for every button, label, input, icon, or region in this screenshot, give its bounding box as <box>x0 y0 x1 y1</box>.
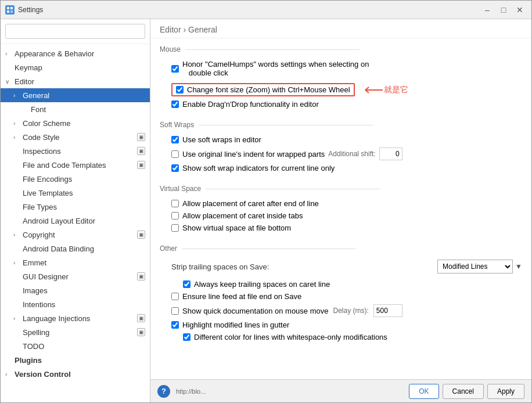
allow-caret-tabs-label[interactable]: Allow placement of caret inside tabs <box>171 211 303 220</box>
breadcrumb-part1: Editor <box>160 25 181 34</box>
badge-icon: ▣ <box>137 328 145 336</box>
sidebar-item-keymap[interactable]: Keymap <box>1 60 150 74</box>
highlight-modified-checkbox[interactable] <box>171 321 179 329</box>
virtual-space-bottom-checkbox[interactable] <box>171 224 179 232</box>
sidebar-item-editor[interactable]: ∨ Editor <box>1 74 150 88</box>
dragdrop-label[interactable]: Enable Drag'n'Drop functionality in edit… <box>171 100 319 109</box>
sidebar-item-font[interactable]: Font <box>1 102 150 116</box>
original-indent-label[interactable]: Use original line's indent for wrapped p… <box>171 150 325 159</box>
sidebar-item-emmet[interactable]: › Emmet <box>1 256 150 269</box>
sidebar-item-version-control[interactable]: › Version Control <box>1 367 150 381</box>
keep-trailing-spaces-label[interactable]: Always keep trailing spaces on caret lin… <box>183 280 330 289</box>
sidebar-item-images[interactable]: Images <box>1 283 150 297</box>
settings-window: Settings – □ ✕ › Appearance & Behavior <box>0 0 532 403</box>
allow-caret-end-checkbox[interactable] <box>171 200 179 207</box>
sidebar-item-inspections[interactable]: Inspections ▣ <box>1 144 150 158</box>
help-button[interactable]: ? <box>157 385 170 398</box>
ok-button[interactable]: OK <box>409 384 438 399</box>
mouse-section: Mouse Honor "CamelHumps" words settings … <box>160 45 522 110</box>
use-soft-wraps-label[interactable]: Use soft wraps in editor <box>171 135 261 144</box>
svg-rect-1 <box>10 7 13 9</box>
wrap-indicators-checkbox[interactable] <box>171 164 179 172</box>
sidebar-item-label: Copyright <box>23 231 135 239</box>
option-allow-caret-end: Allow placement of caret after end of li… <box>171 197 522 210</box>
apply-button[interactable]: Apply <box>487 384 524 399</box>
svg-rect-3 <box>10 10 13 13</box>
sidebar-item-copyright[interactable]: › Copyright ▣ <box>1 228 150 242</box>
highlight-modified-label[interactable]: Highlight modified lines in gutter <box>171 321 289 329</box>
window-controls: – □ ✕ <box>480 4 527 16</box>
quick-doc-label[interactable]: Show quick documentation on mouse move <box>171 307 328 315</box>
dragdrop-checkbox[interactable] <box>171 100 179 108</box>
additional-shift-input[interactable] <box>379 147 402 160</box>
allow-caret-end-label[interactable]: Allow placement of caret after end of li… <box>171 199 319 208</box>
sidebar-item-language-injections[interactable]: › Language Injections ▣ <box>1 311 150 325</box>
quick-doc-text: Show quick documentation on mouse move <box>182 307 328 315</box>
original-indent-checkbox[interactable] <box>171 150 179 158</box>
panel-header: Editor › General <box>150 19 531 38</box>
ensure-line-feed-label[interactable]: Ensure line feed at file end on Save <box>171 292 301 301</box>
option-quick-doc: Show quick documentation on mouse move D… <box>171 303 522 319</box>
badge-icon: ▣ <box>137 133 145 141</box>
strip-trailing-label: Strip trailing spaces on Save: <box>171 262 269 271</box>
arrow-icon: › <box>13 92 21 99</box>
sidebar-item-color-scheme[interactable]: › Color Scheme <box>1 116 150 130</box>
option-keep-trailing-spaces: Always keep trailing spaces on caret lin… <box>183 278 522 290</box>
sidebar-item-gui-designer[interactable]: GUI Designer ▣ <box>1 269 150 283</box>
virtual-space-bottom-label[interactable]: Show virtual space at file bottom <box>171 224 291 232</box>
sidebar-item-label: Plugins <box>15 356 145 365</box>
badge-icon: ▣ <box>137 231 145 239</box>
change-font-zoom-checkbox[interactable] <box>176 86 184 93</box>
sidebar-item-intentions[interactable]: Intentions <box>1 297 150 311</box>
strip-trailing-select[interactable]: None All Modified Lines <box>437 260 513 274</box>
sidebar-item-code-style[interactable]: › Code Style ▣ <box>1 130 150 144</box>
minimize-button[interactable]: – <box>480 4 494 16</box>
section-title-other: Other <box>160 244 522 253</box>
option-original-indent: Use original line's indent for wrapped p… <box>171 146 522 162</box>
sidebar-item-label: Color Scheme <box>23 119 145 128</box>
sidebar-item-todo[interactable]: TODO <box>1 339 150 353</box>
option-diff-color-whitespace: Different color for lines with whitespac… <box>183 331 522 343</box>
sidebar-item-spelling[interactable]: Spelling ▣ <box>1 325 150 339</box>
sidebar-item-android-data-binding[interactable]: Android Data Binding <box>1 242 150 256</box>
camel-humps-text: Honor "CamelHumps" words settings when s… <box>182 60 369 77</box>
sidebar-item-file-types[interactable]: File Types <box>1 200 150 214</box>
section-title-soft-wraps: Soft Wraps <box>160 121 522 129</box>
use-soft-wraps-checkbox[interactable] <box>171 136 179 143</box>
svg-rect-0 <box>7 7 9 9</box>
camel-humps-label[interactable]: Honor "CamelHumps" words settings when s… <box>171 60 369 77</box>
cancel-button[interactable]: Cancel <box>443 384 484 399</box>
quick-doc-checkbox[interactable] <box>171 307 179 315</box>
highlighted-option: Change font size (Zoom) with Ctrl+Mouse … <box>171 83 355 96</box>
window-title: Settings <box>18 6 480 14</box>
search-input[interactable] <box>5 24 145 39</box>
allow-caret-tabs-text: Allow placement of caret inside tabs <box>182 211 303 220</box>
diff-color-whitespace-checkbox[interactable] <box>183 333 190 341</box>
sidebar-item-label: File Types <box>23 203 145 211</box>
wrap-indicators-text: Show soft wrap indicators for current li… <box>182 164 335 172</box>
ensure-line-feed-checkbox[interactable] <box>171 293 179 300</box>
option-virtual-space-bottom: Show virtual space at file bottom <box>171 222 522 234</box>
arrow-icon: › <box>13 260 21 266</box>
sidebar-item-file-code-templates[interactable]: File and Code Templates ▣ <box>1 158 150 172</box>
sidebar-item-android-layout-editor[interactable]: Android Layout Editor <box>1 214 150 228</box>
allow-caret-tabs-checkbox[interactable] <box>171 212 179 220</box>
sidebar-item-label: Emmet <box>23 258 145 267</box>
sidebar-item-label: Intentions <box>23 300 145 309</box>
sidebar-item-live-templates[interactable]: Live Templates <box>1 186 150 200</box>
maximize-button[interactable]: □ <box>497 4 511 16</box>
wrap-indicators-label[interactable]: Show soft wrap indicators for current li… <box>171 164 335 172</box>
strip-trailing-row: Strip trailing spaces on Save: None All … <box>171 257 522 276</box>
annotation-text: 就是它 <box>384 85 408 95</box>
close-button[interactable]: ✕ <box>513 4 527 16</box>
diff-color-whitespace-label[interactable]: Different color for lines with whitespac… <box>183 333 387 341</box>
sidebar-item-file-encodings[interactable]: File Encodings <box>1 172 150 186</box>
delay-input[interactable] <box>373 304 402 317</box>
camel-humps-checkbox[interactable] <box>171 65 179 73</box>
sidebar-item-appearance[interactable]: › Appearance & Behavior <box>1 46 150 60</box>
keep-trailing-spaces-text: Always keep trailing spaces on caret lin… <box>194 280 330 289</box>
sidebar-item-general[interactable]: › General <box>1 88 150 102</box>
sidebar-item-plugins[interactable]: Plugins <box>1 353 150 367</box>
keep-trailing-spaces-checkbox[interactable] <box>183 280 190 288</box>
option-ensure-line-feed: Ensure line feed at file end on Save <box>171 290 522 303</box>
